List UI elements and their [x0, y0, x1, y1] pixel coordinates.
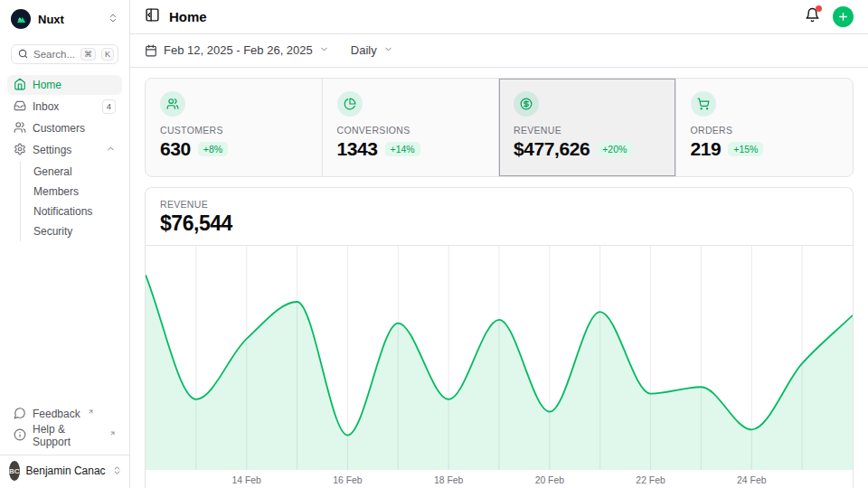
plus-icon	[837, 11, 849, 23]
sidebar-item-security[interactable]: Security	[33, 221, 122, 241]
gear-icon	[14, 143, 26, 158]
chevrons-up-down-icon	[112, 463, 122, 479]
stat-card-customers[interactable]: CUSTOMERS 630 +8%	[146, 79, 323, 176]
kbd-k: K	[101, 48, 114, 61]
stat-value: 630	[160, 138, 191, 160]
info-icon	[14, 428, 26, 444]
inbox-icon	[14, 99, 26, 115]
user-name: Benjamin Canac	[26, 465, 106, 477]
chevron-up-icon	[106, 144, 116, 156]
external-link-icon	[88, 405, 94, 418]
sidebar-item-home[interactable]: Home	[7, 75, 122, 95]
stat-value: 219	[691, 138, 722, 160]
sidebar-item-notifications[interactable]: Notifications	[33, 202, 122, 221]
shopping-cart-icon	[691, 91, 716, 117]
chevron-down-icon	[383, 43, 393, 57]
sidebar: Nuxt Search... ⌘ K Home	[0, 0, 130, 488]
home-icon	[14, 78, 26, 93]
sidebar-item-settings[interactable]: Settings	[7, 140, 122, 160]
sidebar-item-label: Home	[33, 79, 61, 91]
footer-link-label: Help & Support	[33, 423, 102, 448]
sidebar-item-general[interactable]: General	[33, 162, 122, 182]
settings-subnav: General Members Notifications Security	[20, 162, 122, 241]
date-range-value: Feb 12, 2025 - Feb 26, 2025	[164, 43, 313, 57]
collapse-sidebar-button[interactable]	[145, 7, 160, 26]
chart-metric-label: REVENUE	[160, 199, 838, 210]
external-link-icon	[109, 427, 116, 439]
chart-header: REVENUE $76,544	[146, 188, 853, 246]
top-bar: Home	[130, 0, 868, 34]
workspace-selector[interactable]: Nuxt	[0, 5, 129, 33]
sidebar-item-label: Customers	[33, 122, 85, 135]
nuxt-logo	[11, 9, 31, 29]
chart-metric-value: $76,544	[160, 211, 838, 236]
avatar: BC	[9, 461, 20, 481]
pie-chart-icon	[337, 91, 363, 117]
chevron-down-icon	[319, 43, 329, 57]
main-area: Home Feb 12, 2	[130, 0, 868, 488]
inbox-count-badge: 4	[102, 99, 116, 115]
footer-link-label: Feedback	[33, 408, 80, 420]
revenue-area-chart[interactable]: 14 Feb16 Feb18 Feb20 Feb22 Feb24 Feb	[146, 246, 853, 488]
kbd-cmd: ⌘	[80, 48, 96, 61]
sub-item-label: Notifications	[33, 205, 92, 218]
search-icon	[18, 46, 28, 62]
sidebar-footer: Feedback Help & Support	[0, 404, 129, 451]
panel-left-close-icon	[145, 7, 160, 26]
search-placeholder: Search...	[33, 49, 75, 60]
content: CUSTOMERS 630 +8% CONVERSIONS 1343 +14%	[130, 68, 868, 488]
dashboard-page: Nuxt Search... ⌘ K Home	[0, 0, 868, 488]
stat-change-badge: +20%	[597, 142, 632, 156]
circle-dollar-icon	[514, 91, 539, 117]
calendar-icon	[145, 44, 157, 57]
search-input[interactable]: Search... ⌘ K	[11, 44, 118, 64]
filters-toolbar: Feb 12, 2025 - Feb 26, 2025 Daily	[130, 34, 868, 68]
top-actions	[805, 6, 854, 27]
stat-card-revenue[interactable]: REVENUE $477,626 +20%	[499, 79, 676, 176]
sidebar-item-label: Settings	[33, 144, 71, 156]
stat-value: 1343	[337, 138, 378, 160]
granularity-value: Daily	[351, 43, 377, 57]
sidebar-nav: Home Inbox 4 Customers Settings	[0, 75, 129, 243]
workspace-name: Nuxt	[38, 13, 64, 26]
chevrons-up-down-icon	[108, 11, 118, 27]
svg-text:24 Feb: 24 Feb	[737, 475, 767, 485]
svg-text:20 Feb: 20 Feb	[535, 475, 565, 485]
feedback-link[interactable]: Feedback	[7, 404, 122, 424]
sub-item-label: Security	[33, 225, 72, 238]
stat-label: ORDERS	[691, 125, 839, 136]
help-support-link[interactable]: Help & Support	[7, 426, 122, 446]
notification-dot	[816, 5, 822, 12]
page-title: Home	[169, 9, 207, 24]
stats-row: CUSTOMERS 630 +8% CONVERSIONS 1343 +14%	[145, 78, 854, 177]
chart-body: 14 Feb16 Feb18 Feb20 Feb22 Feb24 Feb	[146, 246, 853, 488]
sidebar-item-members[interactable]: Members	[33, 182, 122, 202]
stat-label: CONVERSIONS	[337, 125, 485, 136]
stat-change-badge: +15%	[728, 142, 763, 156]
sidebar-item-label: Inbox	[33, 100, 59, 113]
stat-card-orders[interactable]: ORDERS 219 +15%	[676, 79, 854, 176]
users-icon	[14, 121, 26, 136]
revenue-chart-card: REVENUE $76,544 14 Feb16 Feb18 Feb20 Feb…	[145, 187, 854, 488]
svg-text:18 Feb: 18 Feb	[434, 475, 464, 485]
message-circle-icon	[14, 407, 26, 422]
date-range-picker[interactable]: Feb 12, 2025 - Feb 26, 2025	[145, 43, 329, 57]
svg-text:22 Feb: 22 Feb	[636, 475, 665, 485]
stat-label: CUSTOMERS	[160, 125, 307, 136]
stat-change-badge: +14%	[385, 142, 420, 156]
notifications-button[interactable]	[805, 7, 820, 26]
stat-change-badge: +8%	[198, 142, 228, 156]
sub-item-label: General	[33, 165, 72, 178]
add-button[interactable]	[833, 6, 854, 27]
stat-label: REVENUE	[514, 125, 661, 136]
stat-value: $477,626	[514, 138, 590, 160]
stat-card-conversions[interactable]: CONVERSIONS 1343 +14%	[323, 79, 500, 176]
granularity-select[interactable]: Daily	[351, 43, 393, 57]
sidebar-item-inbox[interactable]: Inbox 4	[7, 97, 122, 117]
users-icon	[160, 91, 185, 117]
svg-text:16 Feb: 16 Feb	[333, 475, 363, 485]
sidebar-item-customers[interactable]: Customers	[7, 118, 122, 138]
sub-item-label: Members	[33, 185, 79, 198]
user-menu[interactable]: BC Benjamin Canac	[0, 455, 129, 488]
svg-text:14 Feb: 14 Feb	[232, 475, 262, 485]
